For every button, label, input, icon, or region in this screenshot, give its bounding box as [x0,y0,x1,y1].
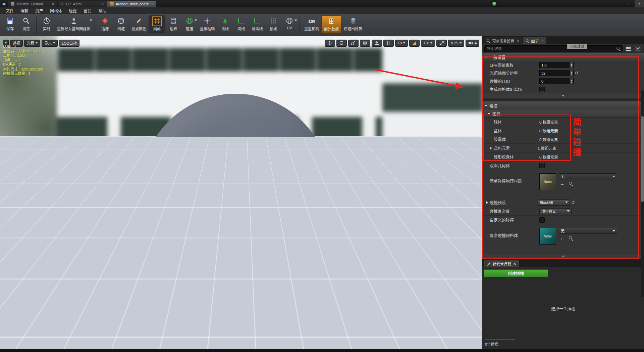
apply-changes-button[interactable]: 应用改动 [567,44,587,49]
collapsed-arrow-icon[interactable] [486,201,488,204]
reset-to-default-icon[interactable]: ↺ [571,200,575,205]
wireframe-button[interactable]: 线框 [113,15,129,32]
double-sided-checkbox[interactable] [539,163,545,168]
chevron-down-icon[interactable] [195,19,197,21]
distance-field-checkbox[interactable] [539,87,545,92]
close-window-button[interactable]: × [635,0,644,7]
scale-snap-toggle[interactable] [436,40,447,47]
reset-to-default-icon[interactable]: ↺ [575,71,579,75]
instance-status-icon[interactable] [491,0,498,7]
lpv-bias-spinbox[interactable]: 1.0 [539,62,574,68]
view-options-button[interactable] [624,45,632,52]
collision-view-button[interactable]: 碰撞 [181,15,198,32]
visibility-filter-button[interactable] [634,45,642,52]
tab-details[interactable]: 细节 ✕ [523,37,547,44]
complex-mesh-dropdown[interactable]: 无 [559,228,617,234]
create-socket-button[interactable]: 创建插槽 [484,269,548,277]
translate-tool-button[interactable] [325,40,335,47]
reimport-base-mesh-button[interactable]: 重新导入基础网格体 [55,15,93,32]
menu-item-window[interactable]: 窗口 [80,7,95,14]
grid-snap-value[interactable]: 10 [395,40,408,47]
search-input[interactable] [486,46,616,51]
subcategory-primitives[interactable]: 图元 [482,109,644,118]
lod-auto-button[interactable]: LOD自动 [59,40,79,47]
details-scrollbar[interactable] [641,90,644,298]
vertex-colors-button[interactable]: 顶点颜色 [129,15,149,32]
tab-preview-scene-settings[interactable]: 预览场景设置 ✕ [484,37,522,44]
show-pivot-label: 显示枢轴 [200,26,215,31]
chevron-down-icon[interactable] [294,19,297,21]
close-tab-icon[interactable]: ✕ [151,2,154,6]
checkered-sphere-mesh[interactable] [141,94,330,284]
grid-snap-toggle[interactable] [383,40,394,47]
close-tab-icon[interactable]: ✕ [541,39,544,43]
rotation-snap-value[interactable]: 10° [421,40,435,47]
lightmap-res-spinbox[interactable]: 32 [539,70,574,76]
window-tab-minimal-default[interactable]: Minimal_Default ✕ [8,1,57,7]
realtime-button[interactable]: 实时 [39,15,55,32]
spinner-arrows[interactable] [570,62,573,68]
rotation-snap-toggle[interactable] [409,40,420,47]
bounds-button[interactable]: 边界 [165,15,181,32]
menu-item-asset[interactable]: 资产 [32,7,46,14]
tab-socket-manager[interactable]: 插槽管理器 ✕ [484,260,519,267]
chevron-down-icon[interactable] [90,19,92,21]
vertices-button[interactable]: 顶点 [265,15,281,32]
normals-button[interactable]: 法线 [217,15,233,32]
category-collision[interactable]: 碰撞 [482,101,644,109]
additional-data-button[interactable]: 额外数据 [321,15,341,33]
menu-item-mesh[interactable]: 网格体 [47,7,65,14]
window-tab-arcade-editor-sphere[interactable]: ArcadeEditorSphere ✕ [107,1,156,7]
browse-button[interactable]: 浏览 [18,15,34,32]
menu-item-file[interactable]: 文件 [3,7,17,14]
use-selected-asset-icon[interactable]: ← [560,181,565,186]
browse-to-asset-icon[interactable] [569,182,573,186]
collision-preset-dropdown[interactable]: BlockAll [538,200,570,206]
custom-collision-checkbox[interactable] [539,217,545,223]
collision-complexity-dropdown[interactable]: 项目默认 [539,208,572,214]
reset-camera-button[interactable]: 重置相机 [302,15,321,32]
close-tab-icon[interactable]: ✕ [517,39,520,43]
collapsed-arrow-icon[interactable] [490,147,492,149]
advanced-expander[interactable] [482,93,644,99]
minimize-button[interactable]: – [616,0,625,7]
surface-snap-button[interactable] [372,40,382,47]
use-selected-asset-icon[interactable]: ← [560,236,565,240]
coordinate-system-button[interactable] [360,40,370,47]
show-flags-button[interactable]: 显示 [42,40,58,47]
bake-materials-button[interactable]: 烘焙出材质 [341,15,365,32]
uv-button[interactable]: UV [281,15,298,31]
menu-item-collision[interactable]: 碰撞 [66,7,80,14]
asset-thumbnail-none[interactable]: None [539,228,556,245]
tangents-button[interactable]: 切线 [233,15,249,32]
camera-speed-button[interactable]: 4 [466,40,479,47]
category-general-settings[interactable]: 一般设置 [482,53,644,61]
save-button[interactable]: 保存 [2,15,18,32]
close-tab-icon[interactable]: ✕ [513,262,516,266]
viewport-3d[interactable]: 透视 光照 显示 LOD自动 10 10° 0.25 4 LOD [0,36,482,349]
maximize-button[interactable]: □ [625,0,635,7]
close-tab-icon[interactable]: ✕ [101,2,104,6]
chevron-down-icon [53,42,55,44]
show-pivot-button[interactable]: 显示枢轴 [198,15,217,32]
rotate-tool-button[interactable] [336,40,347,47]
search-box[interactable] [484,45,623,52]
scale-snap-value[interactable]: 0.25 [448,40,464,47]
asset-thumbnail-none[interactable]: None [539,173,556,190]
sockets-button[interactable]: 插槽 [97,15,113,32]
spinner-arrows[interactable] [570,70,573,76]
window-tab-bp-actor[interactable]: BP_Actor ✕ [58,1,107,7]
bounds-label: 边界 [170,26,177,31]
close-tab-icon[interactable]: ✕ [52,2,54,6]
simple-material-dropdown[interactable]: 无 [559,173,617,179]
menu-item-help[interactable]: 帮助 [95,7,109,14]
scrollbar-thumb[interactable] [641,116,644,202]
spinner-arrows[interactable] [570,78,573,84]
collision-lod-spinbox[interactable]: 0 [539,78,574,84]
browse-to-asset-icon[interactable] [569,236,573,240]
scale-tool-button[interactable] [348,40,359,47]
binormals-button[interactable]: 副法线 [249,15,265,32]
grid-toggle-button[interactable]: 网格 [149,15,165,33]
advanced-expander[interactable] [482,254,644,259]
menu-item-edit[interactable]: 编辑 [17,7,32,14]
